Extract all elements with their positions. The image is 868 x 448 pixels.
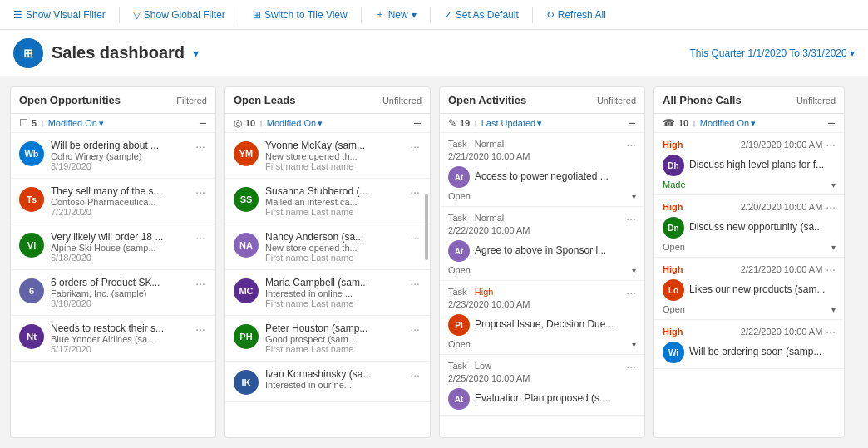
phone-card-4[interactable]: High 2/22/2020 10:00 AM ··· Wi Will be o… [654, 320, 844, 369]
col-title-activities: Open Activities [448, 94, 526, 106]
phone-more-2[interactable]: ··· [826, 200, 836, 214]
opp-card-5[interactable]: Nt Needs to restock their s... Blue Yond… [11, 316, 215, 362]
lead-more-4[interactable]: ··· [408, 277, 422, 290]
act-expand-2[interactable]: ▾ [632, 266, 636, 275]
opp-date-3: 6/18/2020 [51, 253, 187, 263]
phone-meta-3: High 2/21/2020 10:00 AM ··· [663, 263, 836, 276]
show-visual-filter-button[interactable]: ☰ Show Visual Filter [7, 6, 112, 24]
plus-icon: ＋ [375, 7, 385, 22]
page-header: ⊞ Sales dashboard ▾ This Quarter 1/1/202… [0, 30, 868, 76]
phone-expand-3[interactable]: ▾ [831, 305, 836, 314]
lead-card-1[interactable]: YM Yvonne McKay (sam... New store opened… [225, 133, 430, 179]
lead-more-1[interactable]: ··· [408, 140, 422, 153]
leads-scrollbar[interactable] [425, 194, 428, 260]
separator-3 [361, 7, 362, 23]
activity-card-2[interactable]: Task Normal ··· 2/22/2020 10:00 AM At Ag… [440, 207, 644, 281]
open-activities-column: Open Activities Unfiltered ✎ 19 ↓ Last U… [439, 86, 645, 438]
opp-card-1[interactable]: Wb Will be ordering about ... Coho Winer… [11, 133, 215, 179]
phone-meta-4: High 2/22/2020 10:00 AM ··· [663, 325, 836, 338]
opp-more-5[interactable]: ··· [194, 322, 207, 336]
act-expand-1[interactable]: ▾ [632, 192, 636, 201]
opp-more-3[interactable]: ··· [194, 231, 207, 244]
new-button[interactable]: ＋ New ▾ [368, 4, 423, 25]
sort-down-icon-phone[interactable]: ↓ [692, 118, 697, 128]
sort-label-leads[interactable]: Modified On ▾ [267, 118, 323, 129]
date-range[interactable]: This Quarter 1/1/2020 To 3/31/2020 ▾ [689, 47, 855, 59]
opp-count: 5 [32, 118, 37, 128]
activities-count: 19 [460, 118, 470, 128]
lead-title-3: Nancy Anderson (sa... [265, 231, 402, 243]
opp-more-1[interactable]: ··· [194, 140, 207, 153]
act-more-4[interactable]: ··· [626, 360, 636, 373]
lead-card-6[interactable]: IK Ivan Komashinsky (sa... Interested in… [225, 362, 430, 402]
phone-list: High 2/19/2020 10:00 AM ··· Dh Discuss h… [654, 133, 844, 437]
phone-card-2[interactable]: High 2/20/2020 10:00 AM ··· Dn Discuss n… [654, 195, 844, 258]
all-phone-calls-column: All Phone Calls Unfiltered ☎ 10 ↓ Modifi… [653, 86, 845, 438]
act-more-2[interactable]: ··· [626, 212, 636, 225]
lead-sub2-4: First name Last name [265, 298, 402, 308]
filter-options-phone[interactable]: ⚌ [827, 118, 836, 129]
activity-card-1[interactable]: Task Normal ··· 2/21/2020 10:00 AM At Ac… [440, 133, 644, 207]
lead-card-2[interactable]: SS Susanna Stubberod (... Mailed an inte… [225, 179, 430, 224]
show-global-filter-button[interactable]: ▽ Show Global Filter [126, 6, 232, 24]
act-more-1[interactable]: ··· [626, 138, 636, 151]
lead-more-3[interactable]: ··· [408, 231, 422, 244]
lead-card-3[interactable]: NA Nancy Anderson (sa... New store opene… [225, 224, 430, 270]
opp-title-5: Needs to restock their s... [51, 322, 187, 334]
act-expand-3[interactable]: ▾ [632, 340, 636, 349]
filter-options-leads[interactable]: ⚌ [413, 118, 422, 129]
sort-label-opp[interactable]: Modified On ▾ [48, 118, 104, 129]
lead-sub-3: New store opened th... [265, 243, 402, 253]
set-as-default-button[interactable]: ✓ Set As Default [437, 6, 525, 24]
filter-options-act[interactable]: ⚌ [628, 118, 636, 129]
sort-down-icon-opp[interactable]: ↓ [40, 118, 45, 128]
phone-card-3[interactable]: High 2/21/2020 10:00 AM ··· Lo Likes our… [654, 258, 844, 320]
phone-title-1: Discuss high level plans for f... [689, 159, 836, 170]
phone-status-2: Open ▾ [663, 242, 836, 252]
lead-more-6[interactable]: ··· [408, 368, 422, 382]
lead-sub2-2: First name Last name [265, 207, 402, 217]
tile-view-icon: ⊞ [253, 9, 261, 21]
opp-card-3-content: Very likely will order 18 ... Alpine Ski… [51, 231, 187, 263]
lead-more-5[interactable]: ··· [408, 322, 422, 336]
act-title-2: Agree to above in Sponsor l... [475, 244, 606, 256]
sort-chevron-act: ▾ [537, 118, 542, 129]
filter-options-opp[interactable]: ⚌ [199, 118, 207, 129]
opp-date-4: 3/18/2020 [51, 298, 187, 308]
sort-down-icon-act[interactable]: ↓ [473, 118, 478, 128]
phone-more-3[interactable]: ··· [826, 263, 836, 276]
phone-more-4[interactable]: ··· [826, 325, 836, 338]
sort-label-act[interactable]: Last Updated ▾ [481, 118, 542, 129]
lead-title-2: Susanna Stubberod (... [265, 185, 402, 197]
sort-label-phone[interactable]: Modified On ▾ [700, 118, 756, 129]
opp-more-4[interactable]: ··· [194, 277, 207, 290]
lead-card-4[interactable]: MC Maria Campbell (sam... Interested in … [225, 270, 430, 316]
phone-expand-1[interactable]: ▾ [831, 180, 836, 190]
opp-sub-2: Contoso Pharmaceutica... [51, 197, 187, 207]
phone-card-1[interactable]: High 2/19/2020 10:00 AM ··· Dh Discuss h… [654, 133, 844, 195]
app-logo: ⊞ [13, 38, 43, 68]
sort-down-icon-leads[interactable]: ↓ [259, 118, 264, 128]
refresh-all-button[interactable]: ↻ Refresh All [540, 6, 613, 24]
lead-card-5[interactable]: PH Peter Houston (samp... Good prospect … [225, 316, 430, 362]
act-status-1: Open ▾ [448, 191, 636, 201]
opp-card-4[interactable]: 6 6 orders of Product SK... Fabrikam, In… [11, 270, 215, 316]
activity-card-3[interactable]: Task High ··· 2/23/2020 10:00 AM Pl Prop… [440, 281, 644, 355]
activity-card-4[interactable]: Task Low ··· 2/25/2020 10:00 AM At Evalu… [440, 355, 644, 416]
opp-more-2[interactable]: ··· [194, 185, 207, 199]
title-chevron-icon[interactable]: ▾ [193, 47, 199, 60]
phone-status-1: Made ▾ [663, 180, 836, 190]
lead-more-2[interactable]: ··· [408, 185, 422, 199]
header-left: ⊞ Sales dashboard ▾ [13, 38, 199, 68]
opp-title-3: Very likely will order 18 ... [51, 231, 187, 243]
act-more-3[interactable]: ··· [626, 286, 636, 299]
phone-more-1[interactable]: ··· [826, 138, 836, 151]
opp-card-3[interactable]: Vl Very likely will order 18 ... Alpine … [11, 224, 215, 270]
switch-tile-view-button[interactable]: ⊞ Switch to Tile View [246, 6, 354, 24]
phone-count: 10 [678, 118, 688, 128]
phone-expand-2[interactable]: ▾ [831, 243, 836, 252]
col-badge-phone: Unfiltered [796, 96, 836, 106]
col-sort-activities: ✎ 19 ↓ Last Updated ▾ ⚌ [440, 114, 644, 133]
sort-icon-opportunities: ☐ [19, 117, 28, 129]
opp-card-2[interactable]: Ts They sell many of the s... Contoso Ph… [11, 179, 215, 224]
